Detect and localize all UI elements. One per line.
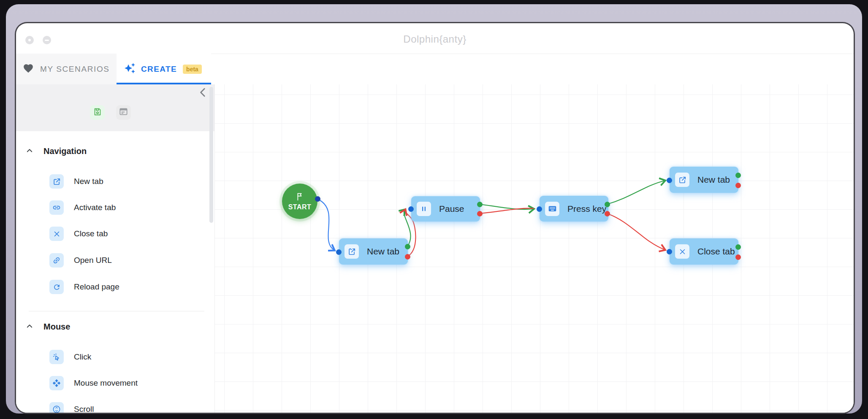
sidebar-item-label: Open URL [74, 256, 112, 265]
node-press-key[interactable]: Press key [540, 196, 608, 222]
scroll-icon [49, 402, 64, 413]
sparkles-icon [124, 62, 136, 76]
flow-edges [215, 84, 854, 413]
node-close-tab[interactable]: Close tab [670, 238, 738, 265]
save-scenario-button[interactable] [90, 105, 105, 120]
sidebar-item-reload-page[interactable]: Reload page [49, 278, 119, 295]
new-tab-2-fail-port[interactable] [735, 183, 741, 188]
blocks-sidebar: Navigation New tab Activate tab Close ta… [16, 84, 214, 413]
press-key-fail-port[interactable] [605, 211, 610, 216]
new-tab-1-input-port[interactable] [336, 249, 342, 255]
title-bar: Dolphin{anty} [16, 23, 854, 54]
keyboard-icon [545, 202, 559, 216]
sidebar-item-click[interactable]: Click [49, 349, 91, 365]
flag-icon [295, 192, 304, 203]
collapse-sidebar-button[interactable] [198, 87, 209, 98]
sidebar-item-mouse-movement[interactable]: Mouse movement [49, 375, 138, 392]
node-new-tab-2[interactable]: New tab [670, 167, 738, 193]
sidebar-item-label: Reload page [74, 282, 119, 292]
chevron-up-icon[interactable] [26, 147, 33, 155]
sidebar-item-label: Activate tab [74, 203, 116, 212]
close-tab-icon [49, 227, 64, 241]
tab-bar: MY SCENARIOS CREATE beta [16, 54, 854, 84]
tab-create-label: CREATE [141, 65, 177, 74]
flow-canvas[interactable]: START New tab Pause Press key [214, 84, 854, 413]
new-tab-icon [49, 174, 64, 189]
start-output-port[interactable] [315, 196, 320, 202]
new-tab-1-fail-port[interactable] [405, 254, 410, 260]
close-tab-input-port[interactable] [667, 249, 672, 254]
new-tab-icon [675, 173, 689, 187]
heart-icon [23, 63, 34, 76]
new-tab-icon [344, 244, 359, 259]
close-tab-success-port[interactable] [735, 244, 741, 250]
section-title: Navigation [43, 146, 87, 156]
mouse-move-icon [49, 376, 64, 390]
node-pause[interactable]: Pause [411, 196, 480, 222]
pause-input-port[interactable] [408, 206, 414, 212]
close-tab-icon [675, 244, 689, 259]
press-key-input-port[interactable] [537, 206, 542, 212]
section-divider [29, 311, 204, 311]
sidebar-toolbar [16, 84, 214, 131]
close-tab-fail-port[interactable] [735, 254, 741, 260]
sidebar-item-activate-tab[interactable]: Activate tab [49, 199, 116, 216]
open-url-icon [49, 253, 64, 268]
sidebar-item-label: Click [74, 352, 91, 362]
sidebar-item-label: Close tab [74, 229, 108, 238]
node-label: New tab [697, 175, 730, 185]
press-key-success-port[interactable] [605, 202, 610, 207]
sidebar-item-scroll[interactable]: Scroll [49, 401, 94, 413]
node-label: Close tab [697, 246, 735, 257]
sidebar-item-open-url[interactable]: Open URL [49, 252, 112, 269]
app-title: Dolphin{anty} [16, 33, 854, 45]
app-window: Dolphin{anty} MY SCENARIOS CREATE beta [16, 23, 854, 413]
save-icon [93, 107, 102, 118]
click-icon [49, 350, 64, 364]
tab-my-scenarios-label: MY SCENARIOS [40, 65, 110, 74]
sidebar-item-close-tab[interactable]: Close tab [49, 225, 108, 242]
beta-badge: beta [183, 65, 202, 74]
sidebar-item-new-tab[interactable]: New tab [49, 173, 103, 190]
sidebar-item-label: New tab [74, 177, 103, 186]
node-label: Pause [439, 204, 464, 214]
new-tab-2-input-port[interactable] [667, 178, 672, 183]
node-new-tab-1[interactable]: New tab [339, 238, 408, 265]
node-label: New tab [367, 246, 399, 257]
node-label: Press key [567, 204, 606, 214]
section-header-mouse: Mouse [16, 321, 70, 332]
pause-success-port[interactable] [477, 202, 483, 207]
reload-icon [49, 280, 64, 294]
sidebar-item-label: Mouse movement [74, 378, 138, 388]
sidebar-item-label: Scroll [74, 405, 94, 413]
chevron-up-icon[interactable] [26, 323, 33, 330]
section-title: Mouse [43, 322, 70, 332]
tab-my-scenarios[interactable]: MY SCENARIOS [16, 54, 117, 84]
activate-tab-icon [49, 200, 64, 215]
form-icon [119, 107, 128, 118]
start-node[interactable]: START [282, 184, 317, 219]
new-tab-2-success-port[interactable] [735, 173, 741, 178]
section-header-navigation: Navigation [16, 145, 87, 157]
pause-fail-port[interactable] [477, 211, 483, 216]
pause-icon [417, 202, 431, 216]
form-view-button[interactable] [116, 105, 131, 120]
tab-create[interactable]: CREATE beta [117, 54, 211, 84]
sidebar-scrollbar[interactable] [209, 87, 213, 223]
new-tab-1-success-port[interactable] [405, 244, 410, 249]
start-node-label: START [288, 203, 312, 211]
